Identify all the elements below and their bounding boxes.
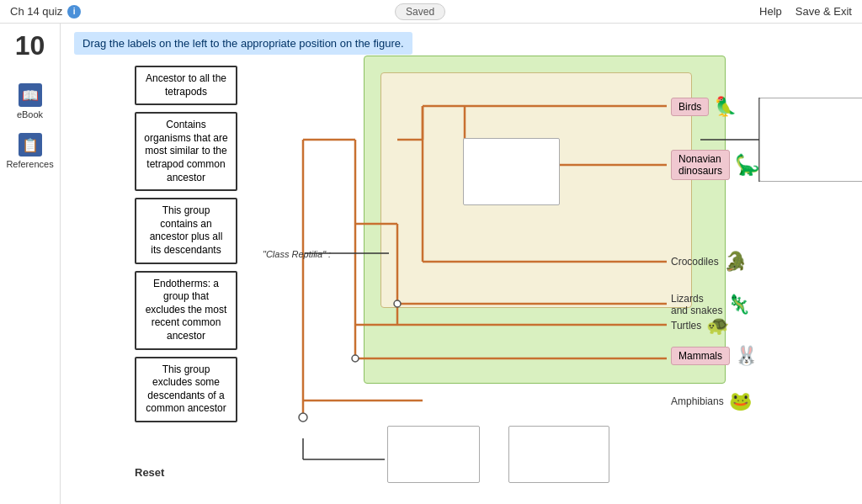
main-layout: 10 📖 eBook 📋 References Drag the labels …: [0, 24, 862, 504]
animal-birds: Birds 🦜: [671, 96, 737, 118]
amphibians-icon: 🐸: [729, 390, 752, 412]
labels-column: Ancestor to all the tetrapods Contains o…: [135, 66, 237, 422]
header-right: Help Save & Exit: [759, 5, 852, 18]
animal-nonavian: Nonaviandinosaurs 🦕: [671, 150, 760, 180]
birds-label: Birds: [671, 98, 709, 116]
animal-turtles: Turtles 🐢: [671, 315, 729, 337]
label-ancestor-descendants[interactable]: This group contains an ancestor plus all…: [135, 198, 237, 263]
drop-zone-top-center[interactable]: [463, 138, 560, 205]
lizards-label: Lizardsand snakes: [671, 293, 722, 316]
drop-zone-bottom-center[interactable]: [508, 426, 609, 483]
label-contains-organisms[interactable]: Contains organisms that are most similar…: [135, 112, 237, 191]
header-left: Ch 14 quiz i: [10, 5, 81, 19]
ebook-label: eBook: [17, 109, 43, 119]
sidebar: 10 📖 eBook 📋 References: [0, 24, 61, 504]
turtles-icon: 🐢: [706, 315, 729, 337]
animal-amphibians: Amphibians 🐸: [671, 390, 752, 412]
references-icon: 📋: [19, 133, 42, 157]
crocodiles-icon: 🐊: [724, 251, 747, 273]
label-ancestor-all[interactable]: Ancestor to all the tetrapods: [135, 66, 237, 105]
saved-badge: Saved: [395, 3, 445, 20]
header: Ch 14 quiz i Saved Help Save & Exit: [0, 0, 862, 24]
turtles-label: Turtles: [671, 320, 701, 332]
sidebar-item-references[interactable]: 📋 References: [5, 128, 56, 174]
help-button[interactable]: Help: [759, 5, 782, 18]
label-excludes-descendants[interactable]: This group excludes some descendants of …: [135, 357, 237, 422]
drop-zone-top-right[interactable]: [759, 98, 862, 182]
amphibians-label: Amphibians: [671, 395, 724, 407]
mammals-icon: 🐰: [735, 345, 758, 367]
birds-icon: 🦜: [714, 96, 737, 118]
content-area: Drag the labels on the left to the appro…: [61, 24, 862, 504]
animal-crocodiles: Crocodiles 🐊: [671, 251, 747, 273]
references-label: References: [6, 159, 53, 169]
nonavian-label: Nonaviandinosaurs: [671, 150, 730, 180]
instruction-bar: Drag the labels on the left to the appro…: [74, 32, 412, 55]
page-title: Ch 14 quiz: [10, 5, 62, 18]
animal-lizards: Lizardsand snakes 🦎: [671, 293, 750, 316]
label-endotherms[interactable]: Endotherms: a group that excludes the mo…: [135, 271, 237, 350]
question-number: 10: [15, 30, 45, 61]
sidebar-item-ebook[interactable]: 📖 eBook: [5, 78, 56, 125]
mammals-label: Mammals: [671, 347, 730, 365]
info-icon[interactable]: i: [67, 5, 81, 19]
lizards-icon: 🦎: [727, 294, 750, 316]
ebook-icon: 📖: [19, 83, 42, 107]
svg-point-16: [299, 413, 307, 422]
svg-point-17: [352, 355, 359, 362]
nonavian-icon: 🦕: [735, 153, 760, 177]
save-exit-button[interactable]: Save & Exit: [795, 5, 852, 18]
svg-text:"Class Reptilia" :: "Class Reptilia" :: [263, 249, 331, 259]
reset-button[interactable]: Reset: [135, 466, 164, 479]
drop-zone-bottom-left[interactable]: [387, 426, 480, 483]
crocodiles-label: Crocodiles: [671, 256, 719, 268]
phylogenetic-diagram: "Class Reptilia" : Birds 🦜: [254, 56, 862, 493]
animal-mammals: Mammals 🐰: [671, 345, 758, 367]
